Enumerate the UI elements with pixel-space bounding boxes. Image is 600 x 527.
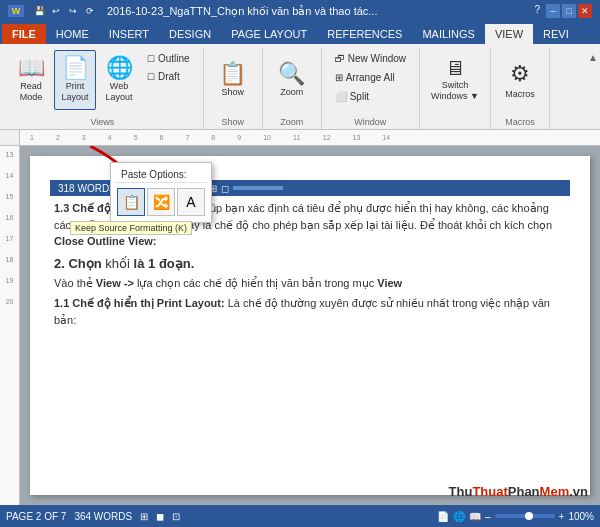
watermark-thuat: Thuat	[472, 484, 507, 499]
draft-btn[interactable]: ☐ Draft	[142, 68, 195, 85]
split-btn[interactable]: ⬜ Split	[330, 88, 374, 105]
status-zoom: 100%	[568, 511, 594, 522]
draft-icon: ☐	[147, 72, 155, 82]
minimize-btn[interactable]: –	[546, 4, 560, 18]
paste-text-only-btn[interactable]: A	[177, 188, 205, 216]
quick-access-toolbar: 💾 ↩ ↪ ⟳	[32, 4, 97, 18]
title-text: 2016-10-23_NgaTTN_Chọn khối văn bản và t…	[107, 5, 377, 18]
split-icon: ⬜	[335, 91, 347, 102]
tab-page-layout[interactable]: PAGE LAYOUT	[221, 24, 317, 44]
views-buttons: 📖 ReadMode 📄 PrintLayout 🌐 WebLayout ☐ O…	[10, 50, 195, 127]
paste-merge-icon: 🔀	[153, 194, 170, 210]
paste-options-popup: Paste Options: 📋 Keep Source Formatting …	[110, 162, 212, 223]
title-bar-left: W 💾 ↩ ↪ ⟳ 2016-10-23_NgaTTN_Chọn khối vă…	[8, 4, 377, 18]
tab-design[interactable]: DESIGN	[159, 24, 221, 44]
read-mode-icon: 📖	[18, 57, 45, 79]
doc-heading-2: 2. Chọn khối là 1 đoạn.	[54, 256, 566, 271]
arrange-all-icon: ⊞	[335, 72, 343, 83]
title-bar: W 💾 ↩ ↪ ⟳ 2016-10-23_NgaTTN_Chọn khối vă…	[0, 0, 600, 22]
tab-references[interactable]: REFERENCES	[317, 24, 412, 44]
status-page: PAGE 2 OF 7	[6, 511, 66, 522]
macros-icon: ⚙	[510, 61, 530, 87]
doc-section-3: 1.1 Chế độ hiển thị Print Layout: Là chế…	[54, 295, 566, 328]
switch-icon: 🖥	[445, 58, 465, 78]
zoom-icon: 🔍	[278, 63, 305, 85]
tab-insert[interactable]: INSERT	[99, 24, 159, 44]
paste-merge-btn[interactable]: 🔀	[147, 188, 175, 216]
ribbon-group-views: 📖 ReadMode 📄 PrintLayout 🌐 WebLayout ☐ O…	[2, 48, 204, 129]
redo-qa-btn[interactable]: ↪	[66, 4, 80, 18]
status-bar: PAGE 2 OF 7 364 WORDS ⊞ ◼ ⊡ 📄 🌐 📖 – + 10…	[0, 505, 600, 527]
doc-section-2: Vào thẻ View -> lựa chọn các chế độ hiển…	[54, 275, 566, 292]
doc-bar-slider	[233, 186, 283, 190]
tab-mailings[interactable]: MAILINGS	[412, 24, 485, 44]
switch-windows-btn[interactable]: 🖥 SwitchWindows ▼	[428, 50, 482, 110]
switch-content: 🖥 SwitchWindows ▼	[428, 50, 482, 127]
print-layout-btn[interactable]: 📄 PrintLayout	[54, 50, 96, 110]
show-label: Show	[204, 117, 262, 127]
status-icon-3[interactable]: ⊡	[172, 511, 180, 522]
paste-icons-row: 📋 Keep Source Formatting (K) 🔀 A	[115, 186, 207, 218]
web-layout-btn[interactable]: 🌐 WebLayout	[98, 50, 140, 110]
layout-print-icon[interactable]: 📄	[437, 511, 449, 522]
ribbon-collapse[interactable]: ▲	[588, 48, 598, 129]
doc-word-count: 318 WORDS	[58, 183, 116, 194]
window-label: Window	[322, 117, 419, 127]
ruler-numbers: 12 34 56 78 910 1112 1314	[20, 134, 600, 141]
status-words: 364 WORDS	[74, 511, 132, 522]
macros-btn[interactable]: ⚙ Macros	[499, 50, 541, 110]
ribbon-tabs: FILE HOME INSERT DESIGN PAGE LAYOUT REFE…	[0, 22, 600, 44]
views-label: Views	[2, 117, 203, 127]
read-mode-btn[interactable]: 📖 ReadMode	[10, 50, 52, 110]
main-area: 13 14 15 16 17 18 19 20 Paste Options:	[0, 146, 600, 505]
zoom-bar: – +	[485, 511, 564, 522]
paste-options-header: Paste Options:	[115, 167, 207, 183]
paste-keep-source-btn[interactable]: 📋 Keep Source Formatting (K)	[117, 188, 145, 216]
tab-file[interactable]: FILE	[2, 24, 46, 44]
horizontal-ruler-area: 12 34 56 78 910 1112 1314	[0, 130, 600, 146]
new-window-icon: 🗗	[335, 53, 345, 64]
tab-home[interactable]: HOME	[46, 24, 99, 44]
zoom-out-btn[interactable]: –	[485, 511, 491, 522]
zoom-btn[interactable]: 🔍 Zoom	[271, 50, 313, 110]
print-layout-icon: 📄	[62, 57, 89, 79]
undo-qa-btn[interactable]: ↩	[49, 4, 63, 18]
outline-btn[interactable]: ☐ Outline	[142, 50, 195, 67]
status-icon-2[interactable]: ◼	[156, 511, 164, 522]
doc-bar-icon3: ◻	[221, 183, 229, 194]
ribbon-group-switch: 🖥 SwitchWindows ▼	[420, 48, 491, 129]
collapse-icon[interactable]: ▲	[588, 52, 598, 63]
layout-web-icon[interactable]: 🌐	[453, 511, 465, 522]
watermark-vn: .vn	[569, 484, 588, 499]
outline-icon: ☐	[147, 54, 155, 64]
web-layout-icon: 🌐	[106, 57, 133, 79]
save-qa-btn[interactable]: 💾	[32, 4, 46, 18]
macros-label: Macros	[491, 117, 549, 127]
help-btn[interactable]: ?	[534, 4, 540, 18]
ribbon-content: 📖 ReadMode 📄 PrintLayout 🌐 WebLayout ☐ O…	[0, 44, 600, 130]
new-window-btn[interactable]: 🗗 New Window	[330, 50, 411, 67]
word-icon: W	[8, 5, 24, 17]
tab-view[interactable]: VIEW	[485, 24, 533, 44]
ribbon-group-macros: ⚙ Macros Macros	[491, 48, 550, 129]
ribbon-group-show: 📋 Show Show	[204, 48, 263, 129]
watermark: ThuThuatPhanMem.vn	[449, 484, 588, 499]
status-icon-1[interactable]: ⊞	[140, 511, 148, 522]
close-btn[interactable]: ✕	[578, 4, 592, 18]
maximize-btn[interactable]: □	[562, 4, 576, 18]
tab-revi[interactable]: REVI	[533, 24, 579, 44]
status-right: 📄 🌐 📖 – + 100%	[437, 511, 594, 522]
macros-content: ⚙ Macros	[499, 50, 541, 127]
document-wrapper: Paste Options: 📋 Keep Source Formatting …	[20, 146, 600, 505]
zoom-track[interactable]	[495, 514, 555, 518]
arrange-all-btn[interactable]: ⊞ Arrange All	[330, 69, 400, 86]
layout-read-icon[interactable]: 📖	[469, 511, 481, 522]
show-btn[interactable]: 📋 Show	[212, 50, 254, 110]
paste-keep-source-icon: 📋	[123, 194, 140, 210]
zoom-in-btn[interactable]: +	[559, 511, 565, 522]
watermark-thu: Thu	[449, 484, 473, 499]
horizontal-ruler: 12 34 56 78 910 1112 1314	[20, 130, 600, 145]
refresh-qa-btn[interactable]: ⟳	[83, 4, 97, 18]
zoom-buttons: 🔍 Zoom	[271, 50, 313, 127]
view-checkboxes: ☐ Outline ☐ Draft	[142, 50, 195, 99]
